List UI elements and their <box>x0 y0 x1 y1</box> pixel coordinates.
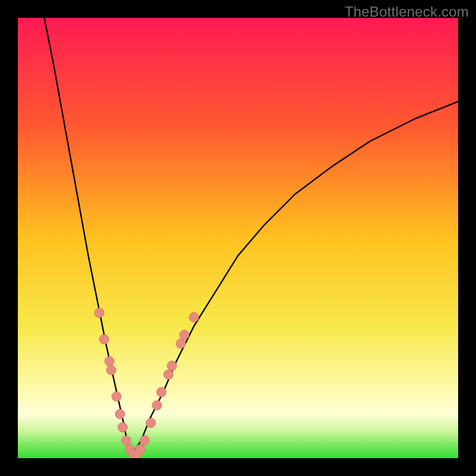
plot-area <box>18 18 458 458</box>
sample-dot <box>95 308 104 318</box>
sample-dot <box>136 444 145 454</box>
sample-dot <box>140 436 149 445</box>
sample-dot <box>121 436 131 445</box>
sample-dot <box>118 422 127 432</box>
chart-frame: TheBottleneck.com <box>0 0 476 476</box>
watermark-text: TheBottleneck.com <box>345 4 469 20</box>
curve-layer <box>18 18 458 458</box>
sample-dot <box>99 334 109 344</box>
sample-dot <box>105 356 114 366</box>
sample-dot <box>164 369 173 379</box>
sample-dot <box>156 387 166 397</box>
sample-dot <box>112 392 121 401</box>
sample-dot <box>152 400 162 410</box>
sample-dot <box>115 409 125 419</box>
sample-dot <box>107 365 116 375</box>
bottleneck-curve <box>132 102 458 454</box>
sample-dot <box>189 312 199 322</box>
bottleneck-curve <box>44 18 132 454</box>
sample-dot <box>146 418 156 428</box>
sample-dot <box>180 330 189 340</box>
sample-dot <box>167 361 177 371</box>
sample-dot <box>176 339 186 349</box>
